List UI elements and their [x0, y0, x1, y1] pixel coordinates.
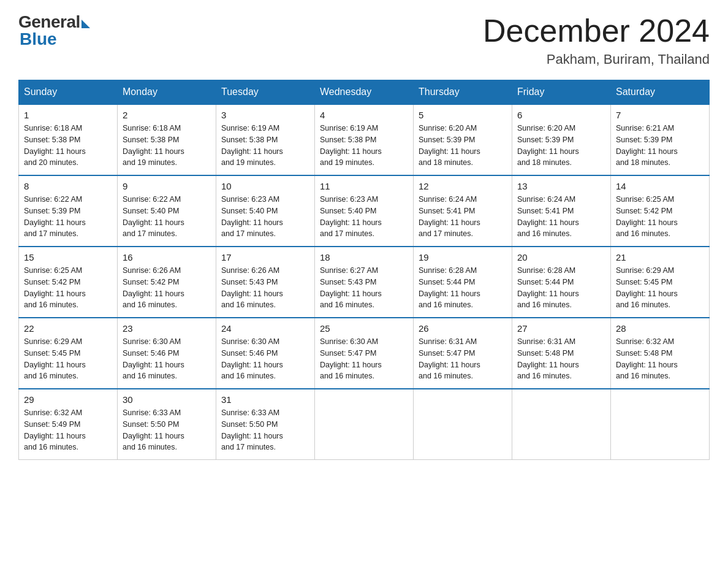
calendar-cell: 30 Sunrise: 6:33 AMSunset: 5:50 PMDaylig… [118, 389, 216, 460]
day-number: 31 [221, 394, 309, 405]
day-info: Sunrise: 6:19 AMSunset: 5:38 PMDaylight:… [221, 123, 309, 169]
day-info: Sunrise: 6:18 AMSunset: 5:38 PMDaylight:… [24, 123, 112, 169]
calendar-cell: 2 Sunrise: 6:18 AMSunset: 5:38 PMDayligh… [118, 104, 216, 175]
day-number: 15 [24, 252, 112, 262]
day-number: 23 [123, 323, 211, 334]
logo: General Blue [18, 12, 90, 49]
calendar-cell: 13 Sunrise: 6:24 AMSunset: 5:41 PMDaylig… [512, 175, 611, 247]
calendar-cell: 24 Sunrise: 6:30 AMSunset: 5:46 PMDaylig… [216, 318, 315, 389]
calendar-cell [315, 389, 414, 460]
day-number: 27 [517, 323, 605, 334]
day-number: 29 [24, 394, 112, 405]
calendar-cell: 12 Sunrise: 6:24 AMSunset: 5:41 PMDaylig… [414, 175, 512, 247]
day-info: Sunrise: 6:31 AMSunset: 5:48 PMDaylight:… [517, 336, 605, 382]
day-number: 21 [616, 252, 704, 262]
calendar-cell: 27 Sunrise: 6:31 AMSunset: 5:48 PMDaylig… [512, 318, 611, 389]
day-info: Sunrise: 6:20 AMSunset: 5:39 PMDaylight:… [419, 123, 507, 169]
day-number: 5 [419, 110, 507, 120]
calendar-cell: 11 Sunrise: 6:23 AMSunset: 5:40 PMDaylig… [315, 175, 414, 247]
day-number: 19 [419, 252, 507, 262]
calendar-cell [611, 389, 710, 460]
day-info: Sunrise: 6:25 AMSunset: 5:42 PMDaylight:… [24, 265, 112, 311]
week-row-1: 1 Sunrise: 6:18 AMSunset: 5:38 PMDayligh… [19, 104, 710, 175]
calendar-cell: 4 Sunrise: 6:19 AMSunset: 5:38 PMDayligh… [315, 104, 414, 175]
day-info: Sunrise: 6:18 AMSunset: 5:38 PMDaylight:… [123, 123, 211, 169]
day-number: 9 [123, 181, 211, 191]
calendar-cell: 19 Sunrise: 6:28 AMSunset: 5:44 PMDaylig… [414, 247, 512, 318]
calendar-cell: 17 Sunrise: 6:26 AMSunset: 5:43 PMDaylig… [216, 247, 315, 318]
day-info: Sunrise: 6:33 AMSunset: 5:50 PMDaylight:… [123, 407, 211, 453]
day-info: Sunrise: 6:23 AMSunset: 5:40 PMDaylight:… [320, 194, 408, 240]
day-info: Sunrise: 6:24 AMSunset: 5:41 PMDaylight:… [419, 194, 507, 240]
day-number: 11 [320, 181, 408, 191]
week-row-2: 8 Sunrise: 6:22 AMSunset: 5:39 PMDayligh… [19, 175, 710, 247]
calendar-cell: 14 Sunrise: 6:25 AMSunset: 5:42 PMDaylig… [611, 175, 710, 247]
calendar-cell: 21 Sunrise: 6:29 AMSunset: 5:45 PMDaylig… [611, 247, 710, 318]
day-number: 14 [616, 181, 704, 191]
day-number: 1 [24, 110, 112, 120]
day-number: 2 [123, 110, 211, 120]
calendar-cell: 29 Sunrise: 6:32 AMSunset: 5:49 PMDaylig… [19, 389, 118, 460]
day-info: Sunrise: 6:33 AMSunset: 5:50 PMDaylight:… [221, 407, 309, 453]
day-number: 20 [517, 252, 605, 262]
day-info: Sunrise: 6:25 AMSunset: 5:42 PMDaylight:… [616, 194, 704, 240]
header-wednesday: Wednesday [315, 80, 414, 105]
day-info: Sunrise: 6:30 AMSunset: 5:46 PMDaylight:… [123, 336, 211, 382]
weekday-header-row: SundayMondayTuesdayWednesdayThursdayFrid… [19, 80, 710, 105]
calendar-cell: 6 Sunrise: 6:20 AMSunset: 5:39 PMDayligh… [512, 104, 611, 175]
calendar-cell: 15 Sunrise: 6:25 AMSunset: 5:42 PMDaylig… [19, 247, 118, 318]
day-number: 13 [517, 181, 605, 191]
calendar-cell: 20 Sunrise: 6:28 AMSunset: 5:44 PMDaylig… [512, 247, 611, 318]
day-number: 4 [320, 110, 408, 120]
day-info: Sunrise: 6:32 AMSunset: 5:48 PMDaylight:… [616, 336, 704, 382]
calendar-table: SundayMondayTuesdayWednesdayThursdayFrid… [18, 80, 710, 460]
day-info: Sunrise: 6:28 AMSunset: 5:44 PMDaylight:… [517, 265, 605, 311]
day-number: 6 [517, 110, 605, 120]
week-row-5: 29 Sunrise: 6:32 AMSunset: 5:49 PMDaylig… [19, 389, 710, 460]
day-number: 16 [123, 252, 211, 262]
calendar-cell: 22 Sunrise: 6:29 AMSunset: 5:45 PMDaylig… [19, 318, 118, 389]
day-number: 10 [221, 181, 309, 191]
calendar-cell: 1 Sunrise: 6:18 AMSunset: 5:38 PMDayligh… [19, 104, 118, 175]
day-number: 24 [221, 323, 309, 334]
calendar-cell: 18 Sunrise: 6:27 AMSunset: 5:43 PMDaylig… [315, 247, 414, 318]
day-number: 28 [616, 323, 704, 334]
day-info: Sunrise: 6:28 AMSunset: 5:44 PMDaylight:… [419, 265, 507, 311]
logo-arrow-icon [82, 20, 90, 28]
header-monday: Monday [118, 80, 216, 105]
day-number: 25 [320, 323, 408, 334]
header-sunday: Sunday [19, 80, 118, 105]
day-number: 30 [123, 394, 211, 405]
day-info: Sunrise: 6:21 AMSunset: 5:39 PMDaylight:… [616, 123, 704, 169]
month-title: December 2024 [483, 12, 710, 49]
day-number: 26 [419, 323, 507, 334]
day-info: Sunrise: 6:26 AMSunset: 5:42 PMDaylight:… [123, 265, 211, 311]
calendar-cell: 3 Sunrise: 6:19 AMSunset: 5:38 PMDayligh… [216, 104, 315, 175]
calendar-cell: 8 Sunrise: 6:22 AMSunset: 5:39 PMDayligh… [19, 175, 118, 247]
day-info: Sunrise: 6:30 AMSunset: 5:46 PMDaylight:… [221, 336, 309, 382]
calendar-cell: 23 Sunrise: 6:30 AMSunset: 5:46 PMDaylig… [118, 318, 216, 389]
day-info: Sunrise: 6:23 AMSunset: 5:40 PMDaylight:… [221, 194, 309, 240]
day-number: 22 [24, 323, 112, 334]
day-number: 8 [24, 181, 112, 191]
calendar-cell [414, 389, 512, 460]
day-number: 7 [616, 110, 704, 120]
day-number: 17 [221, 252, 309, 262]
header-thursday: Thursday [414, 80, 512, 105]
calendar-cell: 28 Sunrise: 6:32 AMSunset: 5:48 PMDaylig… [611, 318, 710, 389]
calendar-cell: 5 Sunrise: 6:20 AMSunset: 5:39 PMDayligh… [414, 104, 512, 175]
day-info: Sunrise: 6:32 AMSunset: 5:49 PMDaylight:… [24, 407, 112, 453]
day-number: 3 [221, 110, 309, 120]
calendar-cell: 9 Sunrise: 6:22 AMSunset: 5:40 PMDayligh… [118, 175, 216, 247]
day-info: Sunrise: 6:29 AMSunset: 5:45 PMDaylight:… [616, 265, 704, 311]
day-number: 12 [419, 181, 507, 191]
header-friday: Friday [512, 80, 611, 105]
calendar-cell: 31 Sunrise: 6:33 AMSunset: 5:50 PMDaylig… [216, 389, 315, 460]
day-info: Sunrise: 6:31 AMSunset: 5:47 PMDaylight:… [419, 336, 507, 382]
calendar-cell: 7 Sunrise: 6:21 AMSunset: 5:39 PMDayligh… [611, 104, 710, 175]
location-title: Pakham, Buriram, Thailand [483, 52, 710, 67]
calendar-cell: 16 Sunrise: 6:26 AMSunset: 5:42 PMDaylig… [118, 247, 216, 318]
calendar-cell: 10 Sunrise: 6:23 AMSunset: 5:40 PMDaylig… [216, 175, 315, 247]
week-row-3: 15 Sunrise: 6:25 AMSunset: 5:42 PMDaylig… [19, 247, 710, 318]
calendar-cell: 26 Sunrise: 6:31 AMSunset: 5:47 PMDaylig… [414, 318, 512, 389]
